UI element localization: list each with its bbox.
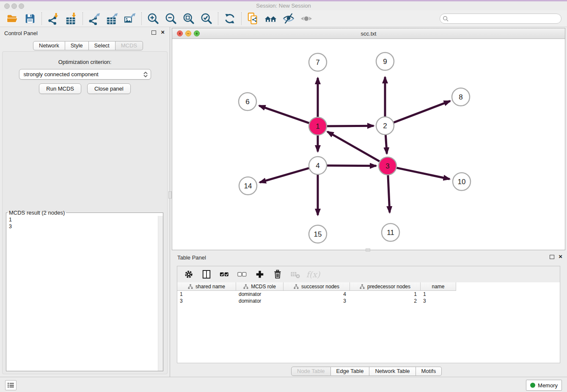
tab-select[interactable]: Select xyxy=(89,41,116,50)
folder-open-icon xyxy=(6,12,19,25)
apply-layout-button[interactable] xyxy=(221,11,239,26)
tab-edge-table[interactable]: Edge Table xyxy=(331,367,370,376)
node-label: 1 xyxy=(316,122,319,130)
zoom-out-button[interactable] xyxy=(162,11,180,26)
zoom-in-button[interactable] xyxy=(144,11,162,26)
toolbar-separator xyxy=(141,12,142,25)
tab-network[interactable]: Network xyxy=(33,41,65,50)
delete-columns-button[interactable] xyxy=(271,268,284,281)
table-row[interactable]: 1dominator411 xyxy=(177,291,560,298)
column-header-label: predecessor nodes xyxy=(367,284,410,290)
vertical-splitter-grip[interactable] xyxy=(168,191,172,199)
edge-4-to-14[interactable] xyxy=(260,168,310,182)
show-home-button[interactable] xyxy=(262,11,280,26)
column-header-shared-name[interactable]: shared name xyxy=(177,282,236,290)
criterion-select[interactable]: strongly connected component xyxy=(19,69,151,80)
tab-motifs[interactable]: Motifs xyxy=(416,367,442,376)
homes-icon xyxy=(264,12,277,25)
edge-3-to-10[interactable] xyxy=(396,168,450,179)
sort-tree-icon xyxy=(243,284,248,289)
graph-node-4[interactable]: 4 xyxy=(309,157,327,174)
table-settings-button[interactable] xyxy=(182,268,195,281)
column-header-mcds-role[interactable]: MCDS role xyxy=(236,282,284,290)
save-session-button[interactable] xyxy=(21,11,39,26)
graph-node-11[interactable]: 11 xyxy=(382,224,399,241)
toolbar-separator xyxy=(241,12,242,25)
optimization-criterion-label: Optimization criterion: xyxy=(3,59,167,65)
graph-node-9[interactable]: 9 xyxy=(376,52,394,70)
export-network-button[interactable] xyxy=(85,11,103,26)
graph-node-8[interactable]: 8 xyxy=(452,88,470,106)
float-window-icon[interactable] xyxy=(151,30,156,35)
node-label: 3 xyxy=(385,162,389,170)
edge-1-to-6[interactable] xyxy=(259,106,310,124)
graph-node-2[interactable]: 2 xyxy=(376,117,394,135)
run-mcds-button[interactable]: Run MCDS xyxy=(39,83,81,94)
node-label: 4 xyxy=(316,162,319,170)
table-delete-icon xyxy=(290,269,300,279)
hide-panels-button[interactable] xyxy=(280,11,297,26)
float-window-icon[interactable] xyxy=(550,255,554,259)
edge-1-to-2[interactable] xyxy=(326,126,374,126)
column-header-name[interactable]: name xyxy=(421,282,456,290)
column-header-label: successor nodes xyxy=(301,284,339,290)
edge-3-to-11[interactable] xyxy=(388,174,390,213)
save-icon xyxy=(24,12,36,25)
task-history-button[interactable] xyxy=(5,380,17,390)
horizontal-splitter-grip[interactable] xyxy=(366,248,370,251)
table-cell: 1 xyxy=(421,291,456,298)
tab-network-table[interactable]: Network Table xyxy=(369,367,416,376)
network-window-titlebar[interactable]: × − + scc.txt xyxy=(172,28,565,39)
node-label: 7 xyxy=(316,58,319,66)
clone-network-button[interactable] xyxy=(244,11,262,26)
zoom-selected-button[interactable] xyxy=(198,11,215,26)
function-builder-button[interactable]: f(x) xyxy=(307,268,319,281)
node-table-container: f(x) shared nameMCDS rolesuccessor nodes… xyxy=(177,266,560,363)
show-columns-button[interactable] xyxy=(200,268,213,281)
graph-node-1[interactable]: 1 xyxy=(309,117,327,135)
zoom-out-icon xyxy=(165,12,177,25)
search-input[interactable] xyxy=(440,14,561,24)
memory-button[interactable]: Memory xyxy=(526,380,562,391)
import-table-button[interactable] xyxy=(62,11,80,26)
control-panel-tabs: NetworkStyleSelectMCDS xyxy=(33,41,143,50)
window-titlebar: Session: New Session xyxy=(0,1,567,10)
close-icon[interactable]: × xyxy=(161,28,165,36)
edge-3-to-1[interactable] xyxy=(328,132,381,162)
node-label: 6 xyxy=(245,98,249,106)
select-all-columns-button[interactable] xyxy=(218,268,231,281)
column-header-successor-nodes[interactable]: successor nodes xyxy=(284,282,350,290)
graph-node-15[interactable]: 15 xyxy=(309,225,327,243)
edge-4-to-3[interactable] xyxy=(326,166,376,166)
export-table-button[interactable] xyxy=(103,11,121,26)
column-header-predecessor-nodes[interactable]: predecessor nodes xyxy=(350,282,421,290)
zoom-fit-button[interactable] xyxy=(180,11,198,26)
network-canvas[interactable]: 7968124314101511 xyxy=(172,39,565,250)
tab-style[interactable]: Style xyxy=(65,41,89,50)
delete-table-button[interactable] xyxy=(289,268,302,281)
show-panels-button[interactable] xyxy=(297,11,315,26)
edge-2-to-8[interactable] xyxy=(393,101,450,123)
table-row[interactable]: 3dominator323 xyxy=(177,298,560,304)
graph-node-14[interactable]: 14 xyxy=(239,177,257,195)
graph-node-6[interactable]: 6 xyxy=(239,93,256,110)
export-image-button[interactable] xyxy=(121,11,139,26)
table-cell: 2 xyxy=(350,298,421,304)
memory-button-label: Memory xyxy=(538,382,558,389)
node-label: 14 xyxy=(244,182,252,190)
result-scrollbar[interactable] xyxy=(158,216,163,371)
graph-node-10[interactable]: 10 xyxy=(453,173,471,190)
window-title: Session: New Session xyxy=(0,3,567,9)
close-panel-button[interactable]: Close panel xyxy=(87,83,131,94)
graph-node-3[interactable]: 3 xyxy=(379,157,396,175)
table-cell: 1 xyxy=(350,291,421,298)
graph-node-7[interactable]: 7 xyxy=(309,53,327,71)
unselect-all-columns-button[interactable] xyxy=(236,268,248,281)
tab-mcds[interactable]: MCDS xyxy=(116,41,143,50)
tab-node-table[interactable]: Node Table xyxy=(291,367,331,376)
import-network-button[interactable] xyxy=(44,11,62,26)
create-column-button[interactable] xyxy=(253,268,266,281)
edge-2-to-3[interactable] xyxy=(385,134,387,154)
open-session-button[interactable] xyxy=(3,11,21,26)
close-icon[interactable]: × xyxy=(559,253,562,260)
